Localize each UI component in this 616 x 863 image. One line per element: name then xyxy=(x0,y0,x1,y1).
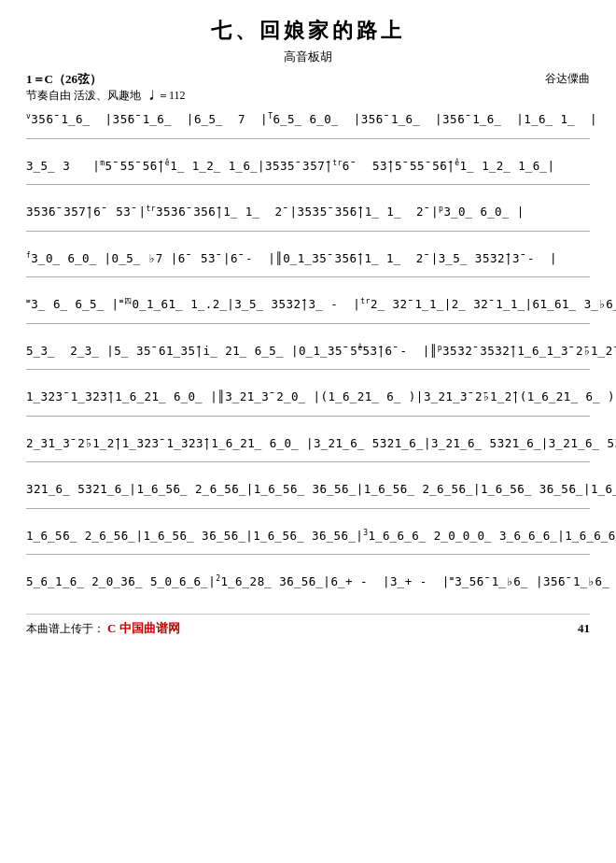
subtitle: 高音板胡 xyxy=(26,49,590,65)
staff-line-8: 2̲3̄1̲3̄ 2̄♭1̲2̄|1̲3̄2̄3̄ 1̲3̄2̄3̄|1̲6̲2… xyxy=(26,430,590,463)
staff-line-11: 5̲6̲1̲6̲ 2̲0̲3̄6̲ 5̲0̲6̲6̲|21̲6̲2̄8̲ 3̄6… xyxy=(26,568,590,601)
key-signature: 1＝C（26弦） xyxy=(26,71,186,88)
staff-line-10: 1̲6̲5̄6̲ 2̲6̲5̄6̲|1̲6̲5̄6̲ 3̄6̲5̄6̲|1̲6̲… xyxy=(26,522,590,556)
header-row: 1＝C（26弦） 节奏自由 活泼、风趣地 ♩＝112 谷达僳曲 xyxy=(26,71,590,104)
staff-line-4: f3̲0̲ 6̲0̲ |0̲5̲ ♭7 |6̄ 5̄3̄ |6̄ - |║0̲1… xyxy=(26,245,590,278)
notation-line-5: ≡3̲ 6̲ 6̲5̲ |≡四0̲1̲6̄1̲ 1̲.2̲|3̲5̲ 3̄5̄3… xyxy=(26,294,616,316)
header-left: 1＝C（26弦） 节奏自由 活泼、风趣地 ♩＝112 xyxy=(26,71,186,104)
notation-line-3: 3̄5̄3̄6̄ 3̄5̄7̄|6̄ 5̄3̄ |tr3̄5̄3̄6̄ 3̄5̄… xyxy=(26,202,525,223)
logo-cn: C xyxy=(107,621,116,635)
tempo-marking: 节奏自由 活泼、风趣地 ♩＝112 xyxy=(26,88,186,104)
notation-line-11: 5̲6̲1̲6̲ 2̲0̲3̄6̲ 5̲0̲6̲6̲|21̲6̲2̄8̲ 3̄6… xyxy=(26,572,616,593)
notation-line-1: v35̄6̄ 1̲6̲ |35̄6̄ 1̲6̲ |6̲5̲ 7 |T6̲5̲ 6… xyxy=(26,109,597,131)
logo-zh: 中国曲谱网 xyxy=(119,621,180,635)
music-content: v35̄6̄ 1̲6̲ |35̄6̄ 1̲6̲ |6̲5̲ 7 |T6̲5̲ 6… xyxy=(26,106,590,601)
page-number: 41 xyxy=(578,621,590,636)
staff-line-3: 3̄5̄3̄6̄ 3̄5̄7̄|6̄ 5̄3̄ |tr3̄5̄3̄6̄ 3̄5̄… xyxy=(26,198,590,232)
footer-center: 本曲谱上传于： C 中国曲谱网 xyxy=(26,620,180,637)
source-text: 本曲谱上传于： xyxy=(26,622,105,635)
page: 七、回娘家的路上 高音板胡 1＝C（26弦） 节奏自由 活泼、风趣地 ♩＝112… xyxy=(0,0,616,863)
website-logo: C 中国曲谱网 xyxy=(107,621,180,635)
notation-line-8: 2̲3̄1̲3̄ 2̄♭1̲2̄|1̲3̄2̄3̄ 1̲3̄2̄3̄|1̲6̲2… xyxy=(26,433,616,455)
notation-line-6: 5̲3̲ 2̲3̲ |5̲ 3̄5̄ 6̄1̲3̄5̄|i̲ 2̄1̲ 6̲5̲… xyxy=(26,341,616,362)
notation-line-2: 3̲5̲ 3 |m5̄ 5̄5̄ 5̄6̄|ê1̲ 1̲2̲ 1̲6̲|3̄5̄… xyxy=(26,156,554,177)
staff-line-9: 3̄2̄1̲6̲ 5̄3̄2̄1̲6̲|1̲6̲5̄6̲ 2̲6̲5̄6̲|1̲… xyxy=(26,475,590,509)
staff-line-1: v35̄6̄ 1̲6̲ |35̄6̄ 1̲6̲ |6̲5̲ 7 |T6̲5̲ 6… xyxy=(26,106,590,139)
page-title: 七、回娘家的路上 xyxy=(26,17,590,45)
notation-line-10: 1̲6̲5̄6̲ 2̲6̲5̄6̲|1̲6̲5̄6̲ 3̄6̲5̄6̲|1̲6̲… xyxy=(26,526,616,547)
notation-line-4: f3̲0̲ 6̲0̲ |0̲5̲ ♭7 |6̄ 5̄3̄ |6̄ - |║0̲1… xyxy=(26,248,557,270)
staff-line-5: ≡3̲ 6̲ 6̲5̲ |≡四0̲1̲6̄1̲ 1̲.2̲|3̲5̲ 3̄5̄3… xyxy=(26,290,590,324)
staff-line-2: 3̲5̲ 3 |m5̄ 5̄5̄ 5̄6̄|ê1̲ 1̲2̲ 1̲6̲|3̄5̄… xyxy=(26,152,590,186)
notation-line-9: 3̄2̄1̲6̲ 5̄3̄2̄1̲6̲|1̲6̲5̄6̲ 2̲6̲5̄6̲|1̲… xyxy=(26,479,616,501)
notation-line-7: 1̲3̄2̄3̄ 1̲3̄2̄3̄|1̲6̲2̄1̲ 6̲0̲ |║3̲2̄1̲… xyxy=(26,387,616,408)
footer: 本曲谱上传于： C 中国曲谱网 41 xyxy=(26,614,590,637)
staff-line-6: 5̲3̲ 2̲3̲ |5̲ 3̄5̄ 6̄1̲3̄5̄|i̲ 2̄1̲ 6̲5̲… xyxy=(26,337,590,371)
staff-line-7: 1̲3̄2̄3̄ 1̲3̄2̄3̄|1̲6̲2̄1̲ 6̲0̲ |║3̲2̄1̲… xyxy=(26,383,590,417)
composer: 谷达僳曲 xyxy=(545,71,590,87)
